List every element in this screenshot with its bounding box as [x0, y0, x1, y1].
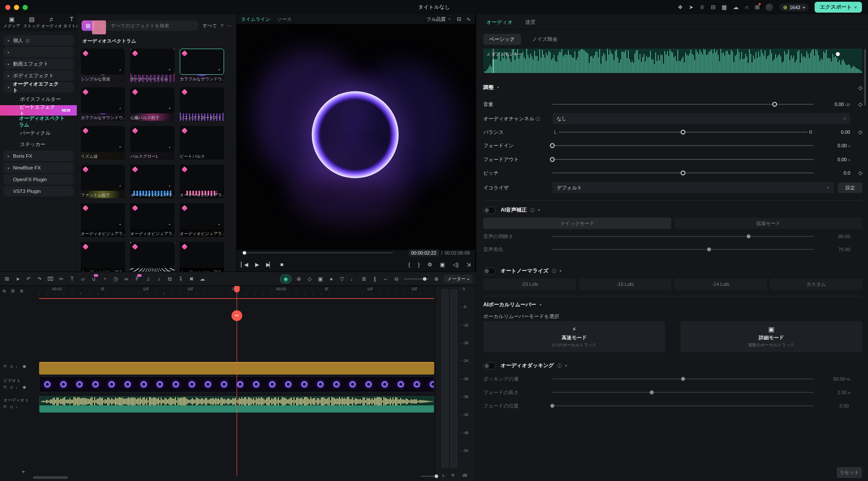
transport-button[interactable]: ⇲	[466, 262, 471, 268]
effect-thumbnail[interactable]: ♪ +	[81, 165, 125, 191]
meter-toggle-button[interactable]: メーター ▴	[444, 275, 472, 283]
lufs-option-button[interactable]: -23 Lufs	[483, 279, 576, 290]
track-control-icon[interactable]: ◁	[10, 405, 13, 409]
effect-thumbnail[interactable]: ♪ +	[81, 126, 125, 152]
sidebar-item[interactable]: VST3 Plugin	[3, 186, 73, 196]
effect-card[interactable]: ♪ + リズム波	[81, 126, 125, 159]
timeline-horizontal-scrollbar[interactable]	[33, 476, 68, 479]
toolbar-icon[interactable]: ▱	[79, 276, 86, 282]
add-effect-icon[interactable]: +	[216, 67, 222, 73]
sidebar-item[interactable]: ボイスフィルター	[0, 94, 77, 104]
equalizer-settings-button[interactable]: 設定	[838, 182, 862, 193]
slider-handle[interactable]	[746, 235, 750, 239]
toolbar-icon[interactable]: ◉	[280, 275, 291, 283]
menubar-icon[interactable]: ❖	[678, 4, 683, 10]
toolbar-icon[interactable]: ⇔	[382, 276, 389, 282]
seek-bar[interactable]	[242, 252, 393, 253]
main-tab[interactable]: ♬ オーディオ	[42, 14, 62, 29]
track-control-icon[interactable]: ◁	[10, 385, 13, 389]
meter-range-slider[interactable]	[421, 476, 438, 477]
sidebar-item[interactable]: OpenFX Plugin	[3, 174, 73, 185]
ducking-toggle[interactable]	[483, 362, 495, 369]
toolbar-icon[interactable]: F	[134, 276, 141, 282]
timeline-tool-icon[interactable]: ⧉	[3, 289, 6, 294]
video-viewport[interactable]	[237, 24, 475, 250]
menubar-icon[interactable]: ➤	[689, 4, 693, 10]
add-track-button[interactable]: +	[22, 468, 25, 475]
effect-thumbnail[interactable]: ♪ +	[130, 242, 175, 268]
sidebar-item[interactable]: ▾ オーディオエフェクト	[3, 82, 73, 93]
toolbar-icon[interactable]: ⌧	[47, 276, 54, 282]
transport-button[interactable]: ⚙	[428, 262, 432, 268]
audio-subtab[interactable]: ノイズ除去	[526, 34, 564, 45]
fade-handle[interactable]	[836, 52, 840, 56]
menubar-icon[interactable]: ⊞	[755, 4, 759, 10]
balance-slider[interactable]	[558, 132, 808, 133]
toolbar-icon[interactable]: ♫	[145, 276, 152, 282]
track-control-icon[interactable]: ◉	[23, 385, 26, 389]
avatar[interactable]	[766, 3, 773, 11]
slider-handle[interactable]	[707, 248, 711, 252]
transport-button[interactable]: }	[418, 262, 420, 268]
menubar-icon[interactable]: ☁	[733, 4, 739, 10]
ai-voice-section-header[interactable]: AI音声補正 ⓘ ▾	[483, 206, 540, 214]
effect-card[interactable]: ♪ + オーディオビジュアラ...	[130, 165, 175, 198]
pitch-slider[interactable]	[552, 172, 814, 173]
transport-button[interactable]: ▶	[255, 262, 258, 268]
track-control-icon[interactable]: ◁	[10, 364, 13, 368]
add-effect-icon[interactable]: +	[216, 222, 222, 227]
credits-pill[interactable]: ⊕ 1643 +	[779, 3, 809, 11]
ai-voice-slider[interactable]	[552, 236, 814, 237]
zoom-out-button[interactable]: ⊖	[393, 276, 400, 282]
auto-normalize-toggle[interactable]	[483, 268, 495, 275]
view-icon[interactable]: ∿	[466, 16, 471, 22]
panel-scrollbar[interactable]	[864, 49, 866, 106]
timeline-tool-icon[interactable]: ≣	[20, 289, 23, 294]
toolbar-icon[interactable]: ∪	[90, 276, 97, 282]
sidebar-item[interactable]: ▸ ボディエフェクト	[3, 70, 73, 81]
preview-tab[interactable]: ソース	[277, 16, 292, 23]
effect-card[interactable]: ♪ + オーディオビジュアラ...	[81, 203, 125, 237]
toolbar-icon[interactable]: ≣	[360, 276, 367, 282]
effect-thumbnail[interactable]: ♪ +	[130, 126, 175, 152]
effect-thumbnail[interactable]: ♪ +	[180, 126, 224, 152]
toolbar-icon[interactable]: ♩	[350, 276, 356, 282]
effect-thumbnail[interactable]: ♪ +	[81, 49, 125, 75]
lufs-option-button[interactable]: -14 Lufs	[674, 279, 767, 290]
effect-card[interactable]: ♪ + 心臓パルス粒子	[130, 87, 175, 121]
effect-card[interactable]: ♪ + カラフルなサウンドウ...	[81, 87, 125, 121]
track-control-icon[interactable]: ⊓	[3, 385, 7, 389]
balance-slider-handle[interactable]	[681, 130, 686, 135]
keyframe-diamond-icon[interactable]: ◇	[850, 129, 862, 135]
toolbar-icon[interactable]: ∥	[371, 276, 378, 282]
equalizer-dropdown[interactable]: デフォルト ˅	[552, 182, 834, 193]
add-effect-icon[interactable]: +	[117, 144, 123, 150]
slider-handle[interactable]	[681, 377, 685, 381]
search-box[interactable]: ○⌐	[98, 20, 199, 31]
add-credits-button[interactable]: +	[802, 5, 805, 10]
effect-card[interactable]: ♪ + ファントム粒子	[81, 165, 125, 198]
search-input[interactable]	[110, 23, 195, 29]
track-control-icon[interactable]: ♩	[16, 364, 20, 368]
sidebar-item[interactable]: ▸ 動画エフェクト	[3, 59, 73, 69]
pitch-slider-handle[interactable]	[681, 171, 686, 176]
split-at-playhead-button[interactable]: ✂	[231, 310, 242, 321]
track-control-icon[interactable]: ⊓	[3, 405, 7, 409]
effect-card[interactable]: ♪ + オーディオビジュアラ...	[130, 203, 175, 237]
zoom-slider-handle[interactable]	[423, 277, 426, 281]
sidebar-item[interactable]: ▸ Boris FX	[3, 151, 73, 161]
toolbar-icon[interactable]: ✂	[58, 276, 65, 282]
timecode-current[interactable]: 00:00:02:22	[409, 249, 439, 256]
toolbar-icon[interactable]: ▣	[317, 276, 324, 282]
sidebar-item[interactable]: ビートエフェクト NEW	[0, 105, 77, 116]
slider-handle[interactable]	[551, 404, 554, 408]
toolbar-icon[interactable]: ▽	[339, 276, 346, 282]
vocal-remover-mode-card[interactable]: ⚡ 高速モード 1つのボーカルトラック	[483, 321, 665, 352]
transport-button[interactable]: ▣	[440, 262, 445, 268]
timeline-zoom-slider[interactable]	[404, 279, 429, 279]
transport-button[interactable]: ▶▏	[266, 262, 272, 268]
toolbar-icon[interactable]: ●	[328, 276, 335, 282]
effect-thumbnail[interactable]: ♪ +	[81, 203, 125, 229]
track-control-icon[interactable]: ♩	[16, 385, 20, 389]
toolbar-icon[interactable]: ⊞	[3, 276, 10, 282]
